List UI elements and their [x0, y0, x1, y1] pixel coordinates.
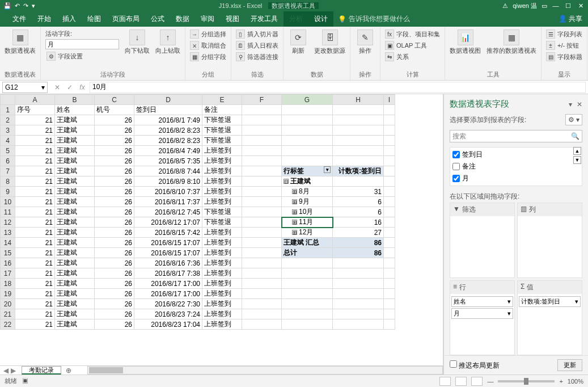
pivot-filter-dropdown[interactable]: ▾	[324, 166, 331, 173]
drillup-button[interactable]: ↑向上钻取	[154, 28, 181, 56]
insert-timeline-button[interactable]: 🗓插入日程表	[235, 40, 280, 51]
col-header-D[interactable]: D	[134, 95, 202, 105]
pivottable-button[interactable]: ▦数据透视表	[3, 28, 37, 56]
value-chip[interactable]: 计数项:签到日 ▾	[519, 296, 581, 307]
normal-view-button[interactable]	[439, 377, 451, 386]
col-header-I[interactable]: I	[384, 95, 395, 105]
row-header[interactable]: 1	[1, 105, 15, 115]
col-header-F[interactable]: F	[242, 95, 282, 105]
filter-connections-button[interactable]: ⚲筛选器连接	[235, 51, 280, 62]
tab-文件[interactable]: 文件	[7, 11, 32, 27]
rows-area[interactable]: ≡行姓名 ▾月 ▾	[450, 280, 515, 356]
refresh-button[interactable]: ⟳刷新	[287, 28, 310, 56]
row-header[interactable]: 12	[1, 217, 15, 228]
pane-gear-icon[interactable]: ⚙ ▾	[565, 114, 582, 125]
field-月[interactable]: 月	[450, 173, 582, 184]
zoom-value[interactable]: 100%	[568, 378, 583, 385]
formula-bar[interactable]: 10月	[90, 82, 586, 93]
expand-icon[interactable]: ⊞	[292, 199, 297, 204]
row-header[interactable]: 14	[1, 238, 15, 248]
recommended-pivot-button[interactable]: ▦推荐的数据透视表	[485, 28, 538, 56]
sheet-nav-next-icon[interactable]: ▶	[11, 367, 16, 375]
row-header[interactable]: 20	[1, 299, 15, 309]
tab-数据[interactable]: 数据	[170, 11, 195, 27]
relationships-button[interactable]: ⇆关系	[384, 51, 441, 62]
actions-button[interactable]: ✎操作	[354, 28, 377, 56]
save-icon[interactable]: 💾	[3, 2, 11, 10]
add-sheet-button[interactable]: ⊕	[61, 366, 76, 375]
expand-icon[interactable]: ⊞	[292, 230, 297, 235]
insert-slicer-button[interactable]: ▯插入切片器	[235, 28, 280, 40]
pivotchart-button[interactable]: 📊数据透视图	[449, 28, 482, 56]
values-area[interactable]: Σ值计数项:签到日 ▾	[517, 280, 582, 356]
row-header[interactable]: 18	[1, 279, 15, 289]
row-header[interactable]: 22	[1, 319, 15, 330]
row-header[interactable]: 17	[1, 268, 15, 279]
ungroup-button[interactable]: ⨯取消组合	[189, 40, 227, 51]
col-header-E[interactable]: E	[202, 95, 242, 105]
select-all-cell[interactable]	[1, 95, 15, 105]
name-box[interactable]: G12▾	[2, 82, 48, 93]
fields-items-sets-button[interactable]: fx字段、项目和集	[384, 28, 441, 40]
olap-tools-button[interactable]: ▣OLAP 工具	[384, 40, 441, 51]
active-field-input[interactable]	[45, 39, 119, 49]
scroll-down-icon[interactable]: ▼	[573, 156, 581, 164]
zoom-in-button[interactable]: +	[559, 378, 562, 385]
row-header[interactable]: 6	[1, 156, 15, 166]
change-source-button[interactable]: 🗄更改数据源	[313, 28, 346, 56]
pane-close-icon[interactable]: ✕	[577, 100, 582, 108]
drilldown-button[interactable]: ↓向下钻取	[124, 28, 151, 56]
field-list-toggle[interactable]: ☰字段列表	[545, 28, 583, 40]
row-header[interactable]: 15	[1, 248, 15, 258]
sheet-nav-prev-icon[interactable]: ◀	[3, 367, 9, 375]
ribbon-options-icon[interactable]: ▭	[542, 2, 547, 10]
tab-开始[interactable]: 开始	[32, 11, 57, 27]
row-header[interactable]: 21	[1, 309, 15, 319]
fx-icon[interactable]: fx	[77, 83, 87, 91]
row-header[interactable]: 10	[1, 197, 15, 207]
tab-绘图[interactable]: 绘图	[82, 11, 107, 27]
row-header[interactable]: 9	[1, 187, 15, 197]
enter-formula-icon[interactable]: ✓	[65, 83, 75, 91]
redo-icon[interactable]: ↷	[23, 2, 28, 10]
expand-icon[interactable]: ⊞	[292, 209, 297, 214]
defer-layout-checkbox[interactable]: 推迟布局更新	[450, 360, 500, 371]
horizontal-scrollbar[interactable]	[87, 366, 443, 375]
tab-视图[interactable]: 视图	[220, 11, 245, 27]
field-settings-button[interactable]: ⚙字段设置	[45, 51, 119, 62]
sheet-tab[interactable]: 考勤记录	[22, 366, 61, 375]
field-签到日[interactable]: 签到日	[450, 149, 582, 161]
close-button[interactable]: ✕	[577, 2, 585, 10]
row-header[interactable]: 5	[1, 146, 15, 156]
row-header[interactable]: 4	[1, 136, 15, 146]
columns-area[interactable]: ▥列	[517, 203, 582, 278]
update-button[interactable]: 更新	[557, 359, 582, 371]
col-header-G[interactable]: G	[282, 95, 333, 105]
undo-icon[interactable]: ↶	[15, 2, 20, 10]
spreadsheet-grid[interactable]: ABCDEFGHI1序号姓名机号签到日备注221王建斌262016/8/1 7:…	[0, 94, 395, 330]
maximize-button[interactable]: ☐	[564, 2, 572, 10]
group-selection-button[interactable]: →分组选择	[189, 28, 227, 40]
zoom-slider[interactable]	[498, 380, 555, 382]
row-header[interactable]: 2	[1, 115, 15, 125]
col-header-A[interactable]: A	[15, 95, 55, 105]
filter-area[interactable]: ▼筛选	[450, 203, 515, 278]
row-header[interactable]: 13	[1, 228, 15, 238]
group-field-button[interactable]: ▦分组字段	[189, 51, 227, 62]
plusminus-toggle[interactable]: ±+/- 按钮	[545, 40, 583, 51]
col-header-B[interactable]: B	[55, 95, 95, 105]
field-search-input[interactable]: 搜索🔍	[450, 130, 582, 142]
page-layout-view-button[interactable]	[455, 377, 467, 386]
collapse-icon[interactable]: ⊟	[284, 179, 289, 184]
row-header[interactable]: 19	[1, 289, 15, 299]
cancel-formula-icon[interactable]: ✕	[52, 83, 62, 91]
minimize-button[interactable]: —	[552, 2, 560, 9]
row-chip-姓名[interactable]: 姓名 ▾	[451, 296, 513, 307]
scroll-up-icon[interactable]: ▲	[573, 147, 581, 155]
chevron-down-icon[interactable]: ▾	[41, 83, 45, 91]
zoom-out-button[interactable]: —	[487, 378, 493, 385]
pane-layout-icon[interactable]: ▾	[569, 100, 572, 108]
tab-插入[interactable]: 插入	[57, 11, 82, 27]
expand-icon[interactable]: ⊞	[292, 220, 297, 225]
row-header[interactable]: 3	[1, 125, 15, 136]
